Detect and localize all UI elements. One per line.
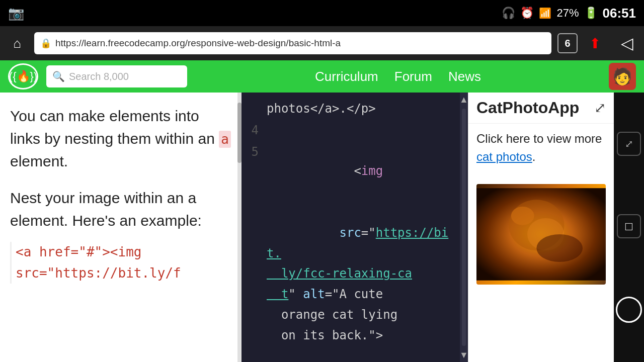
user-avatar[interactable]: 🧑: [609, 63, 636, 90]
home-button[interactable]: ⌂: [6, 32, 28, 54]
preview-cat-photos-link[interactable]: cat photos: [476, 150, 532, 163]
avatar-icon: 🧑: [612, 67, 632, 86]
line-content: <img: [267, 141, 468, 202]
battery-icon: 🔋: [584, 7, 598, 20]
right-nav: ⤢ □: [614, 93, 644, 362]
scrollbar-up-button[interactable]: ▲: [460, 93, 468, 107]
search-placeholder: Search 8,000: [69, 71, 129, 82]
tab-count[interactable]: 6: [557, 33, 578, 53]
main-area: You can make elements into links by nest…: [0, 93, 644, 362]
code-editor-panel[interactable]: photos</a>.</p> 4 5 <img src="https://bi…: [242, 93, 468, 362]
lesson-paragraph-1: You can make elements into links by nest…: [10, 105, 231, 172]
nav-links: Curriculum Forum News: [195, 69, 601, 84]
url-text: https://learn.freecodecamp.org/responsiv…: [55, 38, 341, 49]
status-bar: 📷 🎧 ⏰ 📶 27% 🔋 06:51: [0, 0, 644, 26]
line-content: photos</a>.</p>: [267, 99, 468, 119]
headphone-icon: 🎧: [502, 7, 515, 20]
address-bar[interactable]: 🔒 https://learn.freecodecamp.org/respons…: [34, 32, 551, 54]
browser-back-button[interactable]: ◁: [616, 32, 638, 54]
a-tag-inline-2: a: [188, 190, 197, 206]
line-number: 5: [242, 141, 267, 162]
search-icon: 🔍: [52, 70, 65, 82]
preview-header: CatPhotoApp ⤢: [468, 93, 614, 124]
nav-bar: ({🔥}) 🔍 Search 8,000 Curriculum Forum Ne…: [0, 60, 644, 93]
code-line-1: <a href="#"><img: [16, 242, 231, 263]
lesson-paragraph-2: Nest your image within an a element. Her…: [10, 187, 231, 232]
status-bar-left: 📷: [8, 6, 24, 21]
upload-icon: ⬆: [589, 35, 601, 52]
line-number: 4: [242, 119, 267, 141]
preview-body: Click here to view more cat photos.: [468, 124, 614, 362]
status-time: 06:51: [603, 6, 636, 21]
code-editor-line: photos</a>.</p>: [242, 99, 468, 119]
fcc-logo[interactable]: ({🔥}): [8, 63, 38, 89]
svg-point-3: [511, 207, 534, 225]
line-number: [242, 99, 267, 100]
expand-nav-button[interactable]: ⤢: [617, 132, 641, 156]
line-content: src="https://bit. ly/fcc-relaxing-ca t" …: [267, 202, 468, 362]
status-bar-right: 🎧 ⏰ 📶 27% 🔋 06:51: [502, 6, 636, 21]
preview-expand-icon[interactable]: ⤢: [594, 100, 606, 116]
example-code-block: <a href="#"><img src="https://bit.ly/f: [10, 242, 231, 284]
preview-title: CatPhotoApp: [476, 99, 579, 117]
svg-point-4: [536, 234, 583, 262]
search-box[interactable]: 🔍 Search 8,000: [46, 65, 187, 87]
code-line-2: src="https://bit.ly/f: [16, 263, 231, 284]
signal-icon: 📶: [539, 7, 551, 19]
camera-icon: 📷: [8, 6, 24, 21]
line-number: [242, 202, 267, 203]
preview-text: Click here to view more cat photos.: [476, 130, 606, 166]
a-tag-inline: a: [219, 131, 231, 148]
battery-percent: 27%: [556, 7, 579, 20]
scroll-track: [237, 93, 242, 362]
preview-cat-image: [476, 184, 606, 285]
back-arrow-icon: ◁: [621, 34, 633, 53]
scrollbar-down-button[interactable]: ▼: [460, 348, 468, 362]
code-editor[interactable]: photos</a>.</p> 4 5 <img src="https://bi…: [242, 93, 468, 362]
code-editor-line: 5 <img: [242, 141, 468, 202]
nav-news[interactable]: News: [448, 69, 481, 84]
preview-panel: CatPhotoApp ⤢ Click here to view more ca…: [468, 93, 614, 362]
alarm-icon: ⏰: [520, 7, 534, 20]
scroll-thumb[interactable]: [237, 103, 242, 163]
upload-button[interactable]: ⬆: [584, 32, 606, 54]
square-nav-button[interactable]: □: [617, 214, 641, 238]
nav-curriculum[interactable]: Curriculum: [315, 69, 378, 84]
nav-forum[interactable]: Forum: [394, 69, 432, 84]
home-nav-button[interactable]: [616, 297, 642, 323]
lock-icon: 🔒: [40, 38, 51, 49]
code-scrollbar: ▲ ▼: [460, 93, 468, 362]
scrollbar-track: [462, 109, 466, 346]
code-editor-line: 4: [242, 119, 468, 141]
flame-icon: ({🔥}): [9, 70, 37, 83]
code-editor-line: src="https://bit. ly/fcc-relaxing-ca t" …: [242, 202, 468, 362]
browser-chrome: ⌂ 🔒 https://learn.freecodecamp.org/respo…: [0, 26, 644, 60]
home-icon: ⌂: [13, 36, 21, 51]
lesson-panel: You can make elements into links by nest…: [0, 93, 242, 362]
